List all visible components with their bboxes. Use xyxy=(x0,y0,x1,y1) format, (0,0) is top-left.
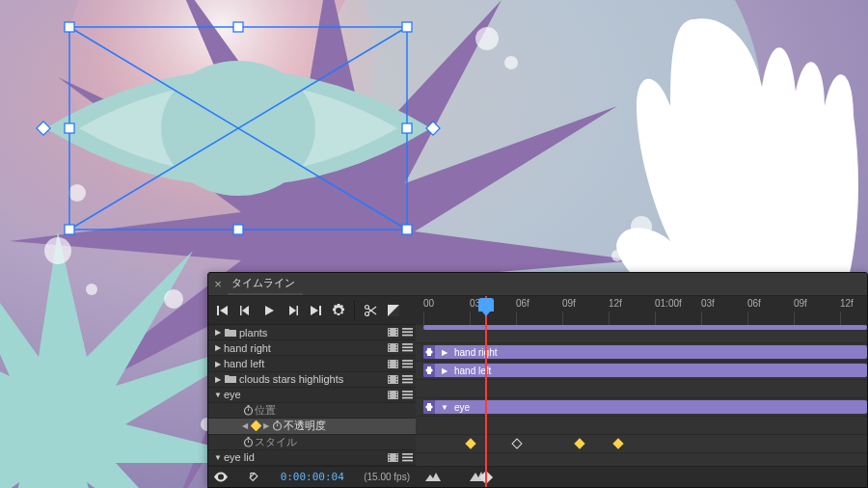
svg-point-38 xyxy=(366,312,369,315)
layer-menu-icon[interactable] xyxy=(400,450,414,464)
chevron-icon[interactable]: ▼ xyxy=(212,391,224,399)
track-row[interactable] xyxy=(416,417,867,435)
keyframe[interactable] xyxy=(574,438,584,448)
layer-name: eye lid xyxy=(224,451,386,463)
layer-name: スタイル xyxy=(255,435,414,449)
time-ruler[interactable]: 0003f06f09f12f01:00f03f06f09f12f xyxy=(416,296,867,325)
svg-point-5 xyxy=(161,61,315,196)
track-row[interactable] xyxy=(416,380,867,398)
ruler-tick: 09f xyxy=(562,298,576,309)
svg-rect-56 xyxy=(388,350,389,351)
zoom-slider[interactable] xyxy=(416,472,867,483)
chevron-icon[interactable]: ▶ xyxy=(212,343,224,352)
go-to-end-button[interactable] xyxy=(305,300,326,321)
svg-rect-85 xyxy=(388,394,389,395)
layer-options-icon[interactable] xyxy=(386,326,399,339)
chevron-icon[interactable]: ▶ xyxy=(212,375,224,384)
layer-row[interactable]: ▼eye lid xyxy=(208,450,416,466)
layer-row[interactable]: ▶clouds stars highlights xyxy=(208,372,416,388)
contrast-icon[interactable] xyxy=(383,300,404,321)
layer-options-icon[interactable] xyxy=(386,372,399,386)
share-icon[interactable] xyxy=(247,471,260,484)
svg-rect-64 xyxy=(388,360,389,361)
layer-menu-icon[interactable] xyxy=(400,372,414,386)
work-area-bar[interactable] xyxy=(423,325,867,330)
svg-point-37 xyxy=(366,305,369,309)
layer-options-icon[interactable] xyxy=(386,341,399,355)
layer-row[interactable]: ▶hand right xyxy=(208,340,416,356)
chevron-icon[interactable]: ▼ xyxy=(212,453,224,462)
eye-visibility-icon[interactable] xyxy=(214,471,228,484)
svg-rect-79 xyxy=(395,381,396,382)
settings-gear-icon[interactable] xyxy=(328,300,349,321)
clip[interactable]: ▶hand left xyxy=(423,364,867,377)
keyframe[interactable] xyxy=(612,438,623,448)
add-keyframe-button[interactable] xyxy=(249,420,262,433)
zoom-out-icon[interactable] xyxy=(425,472,441,483)
chevron-icon[interactable]: ▶ xyxy=(439,348,450,357)
layer-options-icon[interactable] xyxy=(386,388,399,401)
svg-rect-48 xyxy=(395,332,396,333)
layer-options-icon[interactable] xyxy=(386,450,399,464)
close-icon[interactable]: × xyxy=(208,278,228,290)
svg-marker-32 xyxy=(265,306,274,315)
clip-label: hand right xyxy=(454,347,497,358)
svg-rect-90 xyxy=(402,391,413,393)
next-frame-button[interactable] xyxy=(282,300,303,321)
chevron-icon[interactable]: ▶ xyxy=(439,366,450,375)
layer-menu-icon[interactable] xyxy=(400,357,414,370)
panel-title[interactable]: タイムライン xyxy=(228,273,303,295)
clip-handle-icon[interactable] xyxy=(423,400,435,414)
clip-handle-icon[interactable] xyxy=(423,345,435,359)
svg-rect-104 xyxy=(388,454,389,455)
clip-handle-icon[interactable] xyxy=(423,364,435,377)
stopwatch-icon[interactable] xyxy=(270,420,284,433)
clip[interactable]: ▶hand right xyxy=(423,345,867,359)
track-row[interactable] xyxy=(416,435,867,453)
svg-rect-62 xyxy=(402,350,413,352)
svg-rect-81 xyxy=(402,378,413,380)
timecode[interactable]: 0:00:00:04 xyxy=(281,471,344,483)
track-row[interactable] xyxy=(416,453,867,466)
scissors-cut-icon[interactable] xyxy=(360,300,381,321)
next-keyframe-button[interactable]: ▶ xyxy=(262,421,270,430)
clip[interactable]: ▼eye xyxy=(423,400,867,414)
svg-rect-92 xyxy=(402,397,413,399)
layer-row[interactable]: ▶hand left xyxy=(208,356,416,371)
go-to-start-button[interactable] xyxy=(212,300,233,321)
play-button[interactable] xyxy=(258,300,280,321)
svg-rect-108 xyxy=(395,456,396,457)
track-row[interactable]: ▶hand left xyxy=(416,362,867,380)
track-row[interactable]: ▶hand right xyxy=(416,343,867,362)
property-row[interactable]: ◀▶不透明度 xyxy=(208,419,416,434)
chevron-icon[interactable]: ▶ xyxy=(212,360,224,368)
layer-menu-icon[interactable] xyxy=(400,388,414,401)
property-row[interactable]: スタイル xyxy=(208,435,416,450)
svg-rect-57 xyxy=(395,344,396,345)
stopwatch-icon[interactable] xyxy=(241,435,255,448)
svg-marker-35 xyxy=(311,306,318,315)
layer-row[interactable]: ▼eye xyxy=(208,388,416,403)
track-row[interactable]: ▼eye xyxy=(416,398,867,417)
clip-label: eye xyxy=(454,402,470,413)
keyframe[interactable] xyxy=(465,438,475,448)
stopwatch-icon[interactable] xyxy=(241,404,255,418)
prev-keyframe-button[interactable]: ◀ xyxy=(241,421,249,430)
svg-rect-82 xyxy=(402,381,413,383)
prev-frame-button[interactable] xyxy=(235,300,257,321)
svg-rect-59 xyxy=(395,350,396,351)
layer-menu-icon[interactable] xyxy=(400,326,414,339)
chevron-icon[interactable]: ▶ xyxy=(212,328,224,337)
chevron-icon[interactable]: ▼ xyxy=(439,403,450,412)
svg-rect-86 xyxy=(388,396,389,397)
layer-row[interactable]: ▶plants xyxy=(208,325,416,340)
tracks-area[interactable]: ▶hand right▶hand left▼eye▼eye lid xyxy=(416,325,867,466)
keyframe[interactable] xyxy=(511,438,522,448)
layer-options-icon[interactable] xyxy=(386,357,399,370)
svg-rect-61 xyxy=(402,347,413,349)
svg-point-6 xyxy=(475,27,499,50)
property-row[interactable]: 位置 xyxy=(208,403,416,419)
svg-point-13 xyxy=(611,250,623,261)
layer-menu-icon[interactable] xyxy=(400,341,414,355)
svg-rect-87 xyxy=(395,392,396,393)
